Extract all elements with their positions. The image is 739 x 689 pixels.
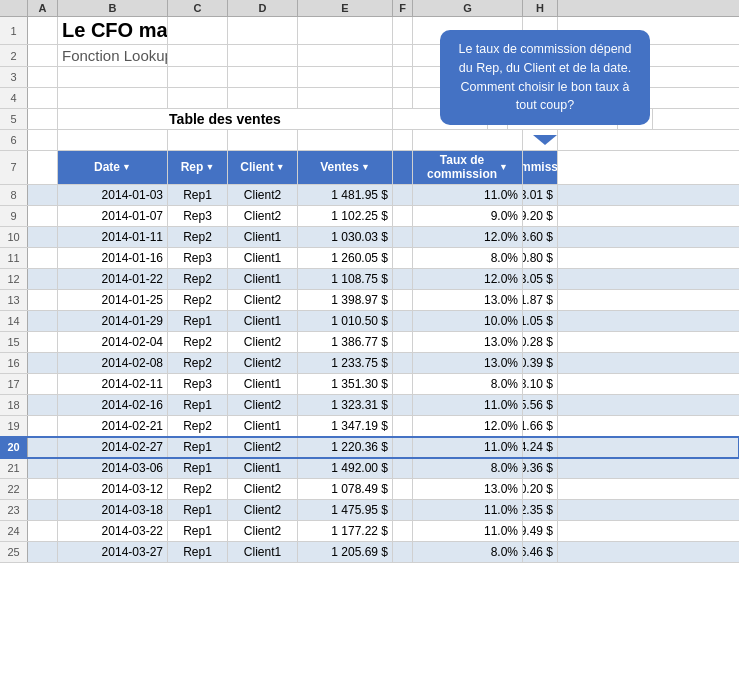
cell-client-13[interactable]: Client2 xyxy=(228,290,298,310)
cell-taux-18[interactable]: 11.0% xyxy=(413,395,523,415)
th-taux-dropdown[interactable]: ▼ xyxy=(499,162,508,172)
cell-ventes-25[interactable]: 1 205.69 $ xyxy=(298,542,393,562)
cell-date-13[interactable]: 2014-01-25 xyxy=(58,290,168,310)
cell-taux-13[interactable]: 13.0% xyxy=(413,290,523,310)
cell-rep-15[interactable]: Rep2 xyxy=(168,332,228,352)
cell-client-11[interactable]: Client1 xyxy=(228,248,298,268)
cell-client-23[interactable]: Client2 xyxy=(228,500,298,520)
col-header-E[interactable]: E xyxy=(298,0,393,16)
cell-ventes-11[interactable]: 1 260.05 $ xyxy=(298,248,393,268)
cell-client-20[interactable]: Client2 xyxy=(228,437,298,457)
cell-ventes-13[interactable]: 1 398.97 $ xyxy=(298,290,393,310)
cell-commission-8[interactable]: 163.01 $ xyxy=(523,185,558,205)
cell-date-12[interactable]: 2014-01-22 xyxy=(58,269,168,289)
cell-date-24[interactable]: 2014-03-22 xyxy=(58,521,168,541)
cell-rep-19[interactable]: Rep2 xyxy=(168,416,228,436)
cell-commission-17[interactable]: 108.10 $ xyxy=(523,374,558,394)
cell-commission-11[interactable]: 100.80 $ xyxy=(523,248,558,268)
cell-date-21[interactable]: 2014-03-06 xyxy=(58,458,168,478)
cell-taux-23[interactable]: 11.0% xyxy=(413,500,523,520)
cell-commission-10[interactable]: 123.60 $ xyxy=(523,227,558,247)
cell-rep-24[interactable]: Rep1 xyxy=(168,521,228,541)
cell-taux-15[interactable]: 13.0% xyxy=(413,332,523,352)
cell-taux-22[interactable]: 13.0% xyxy=(413,479,523,499)
cell-rep-17[interactable]: Rep3 xyxy=(168,374,228,394)
cell-commission-14[interactable]: 101.05 $ xyxy=(523,311,558,331)
col-header-F[interactable]: F xyxy=(393,0,413,16)
cell-rep-23[interactable]: Rep1 xyxy=(168,500,228,520)
th-ventes-dropdown[interactable]: ▼ xyxy=(361,162,370,172)
cell-rep-18[interactable]: Rep1 xyxy=(168,395,228,415)
cell-rep-11[interactable]: Rep3 xyxy=(168,248,228,268)
col-header-C[interactable]: C xyxy=(168,0,228,16)
cell-B1[interactable]: Le CFO masqué xyxy=(58,17,168,44)
col-header-A[interactable]: A xyxy=(28,0,58,16)
cell-rep-22[interactable]: Rep2 xyxy=(168,479,228,499)
cell-rep-9[interactable]: Rep3 xyxy=(168,206,228,226)
cell-ventes-10[interactable]: 1 030.03 $ xyxy=(298,227,393,247)
cell-ventes-17[interactable]: 1 351.30 $ xyxy=(298,374,393,394)
cell-client-24[interactable]: Client2 xyxy=(228,521,298,541)
cell-ventes-22[interactable]: 1 078.49 $ xyxy=(298,479,393,499)
cell-taux-20[interactable]: 11.0% xyxy=(413,437,523,457)
cell-A1[interactable] xyxy=(28,17,58,44)
cell-taux-21[interactable]: 8.0% xyxy=(413,458,523,478)
cell-commission-18[interactable]: 145.56 $ xyxy=(523,395,558,415)
cell-client-15[interactable]: Client2 xyxy=(228,332,298,352)
cell-taux-16[interactable]: 13.0% xyxy=(413,353,523,373)
th-ventes[interactable]: Ventes ▼ xyxy=(298,151,393,184)
cell-ventes-18[interactable]: 1 323.31 $ xyxy=(298,395,393,415)
cell-client-18[interactable]: Client2 xyxy=(228,395,298,415)
cell-rep-14[interactable]: Rep1 xyxy=(168,311,228,331)
th-date-dropdown[interactable]: ▼ xyxy=(122,162,131,172)
cell-date-14[interactable]: 2014-01-29 xyxy=(58,311,168,331)
cell-taux-25[interactable]: 8.0% xyxy=(413,542,523,562)
cell-client-16[interactable]: Client2 xyxy=(228,353,298,373)
cell-taux-14[interactable]: 10.0% xyxy=(413,311,523,331)
cell-commission-19[interactable]: 161.66 $ xyxy=(523,416,558,436)
cell-commission-12[interactable]: 133.05 $ xyxy=(523,269,558,289)
cell-rep-21[interactable]: Rep1 xyxy=(168,458,228,478)
cell-date-22[interactable]: 2014-03-12 xyxy=(58,479,168,499)
cell-taux-8[interactable]: 11.0% xyxy=(413,185,523,205)
cell-rep-20[interactable]: Rep1 xyxy=(168,437,228,457)
cell-ventes-20[interactable]: 1 220.36 $ xyxy=(298,437,393,457)
col-header-B[interactable]: B xyxy=(58,0,168,16)
cell-rep-13[interactable]: Rep2 xyxy=(168,290,228,310)
cell-taux-10[interactable]: 12.0% xyxy=(413,227,523,247)
cell-rep-16[interactable]: Rep2 xyxy=(168,353,228,373)
cell-commission-20[interactable]: 134.24 $ xyxy=(523,437,558,457)
cell-client-12[interactable]: Client1 xyxy=(228,269,298,289)
th-rep-dropdown[interactable]: ▼ xyxy=(205,162,214,172)
cell-commission-25[interactable]: 96.46 $ xyxy=(523,542,558,562)
th-commission[interactable]: Commission xyxy=(523,151,558,184)
cell-date-8[interactable]: 2014-01-03 xyxy=(58,185,168,205)
cell-taux-24[interactable]: 11.0% xyxy=(413,521,523,541)
cell-date-16[interactable]: 2014-02-08 xyxy=(58,353,168,373)
cell-client-21[interactable]: Client1 xyxy=(228,458,298,478)
cell-rep-12[interactable]: Rep2 xyxy=(168,269,228,289)
cell-taux-17[interactable]: 8.0% xyxy=(413,374,523,394)
cell-ventes-24[interactable]: 1 177.22 $ xyxy=(298,521,393,541)
cell-date-23[interactable]: 2014-03-18 xyxy=(58,500,168,520)
cell-date-20[interactable]: 2014-02-27 xyxy=(58,437,168,457)
cell-ventes-16[interactable]: 1 233.75 $ xyxy=(298,353,393,373)
cell-client-9[interactable]: Client2 xyxy=(228,206,298,226)
col-header-G[interactable]: G xyxy=(413,0,523,16)
cell-commission-15[interactable]: 180.28 $ xyxy=(523,332,558,352)
cell-commission-13[interactable]: 181.87 $ xyxy=(523,290,558,310)
cell-taux-12[interactable]: 12.0% xyxy=(413,269,523,289)
th-client[interactable]: Client ▼ xyxy=(228,151,298,184)
cell-client-10[interactable]: Client1 xyxy=(228,227,298,247)
cell-date-17[interactable]: 2014-02-11 xyxy=(58,374,168,394)
cell-rep-10[interactable]: Rep2 xyxy=(168,227,228,247)
cell-ventes-12[interactable]: 1 108.75 $ xyxy=(298,269,393,289)
cell-ventes-8[interactable]: 1 481.95 $ xyxy=(298,185,393,205)
th-rep[interactable]: Rep ▼ xyxy=(168,151,228,184)
cell-commission-22[interactable]: 140.20 $ xyxy=(523,479,558,499)
cell-commission-24[interactable]: 129.49 $ xyxy=(523,521,558,541)
cell-ventes-9[interactable]: 1 102.25 $ xyxy=(298,206,393,226)
cell-rep-8[interactable]: Rep1 xyxy=(168,185,228,205)
cell-ventes-15[interactable]: 1 386.77 $ xyxy=(298,332,393,352)
cell-date-25[interactable]: 2014-03-27 xyxy=(58,542,168,562)
